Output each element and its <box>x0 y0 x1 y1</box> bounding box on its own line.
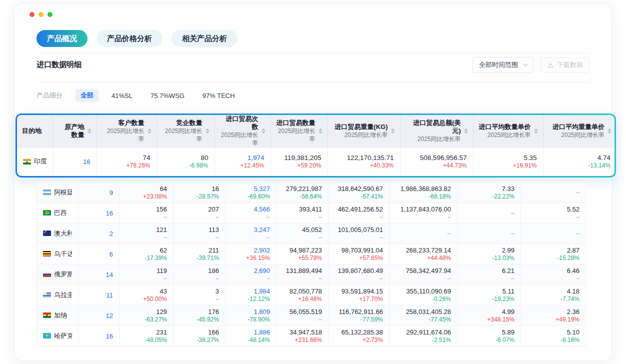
growth-value: – <box>511 275 514 282</box>
sort-icon[interactable] <box>464 128 468 134</box>
sort-icon[interactable] <box>262 128 266 134</box>
growth-value: – <box>318 214 322 221</box>
close-window-icon[interactable] <box>30 12 34 17</box>
table-row: 乌干达662-17.39%211-39.71%2,902+36.15%94,98… <box>37 244 586 264</box>
cell-value: 74 <box>142 154 150 162</box>
origin-count-value[interactable]: 2 <box>110 230 113 238</box>
column-header[interactable]: 进口平均重量单价2025同比增长率 <box>543 115 614 148</box>
growth-value: +23.08% <box>143 193 167 200</box>
growth-value: -63.27% <box>144 316 167 324</box>
minimize-window-icon[interactable] <box>38 12 44 17</box>
cell-value[interactable]: 2,690 <box>254 266 270 275</box>
cell-value[interactable]: 2,902 <box>254 246 270 254</box>
column-header[interactable]: 客户数量2025同比增长率 <box>96 115 156 148</box>
value-cell: – <box>390 223 458 244</box>
value-cell: 462,491,256.52– <box>328 202 390 223</box>
growth-value: -68.18% <box>428 193 451 200</box>
growth-value: -12.12% <box>248 296 270 303</box>
cell-value: 231 <box>156 328 167 336</box>
origin-count-value[interactable]: 9 <box>110 189 113 196</box>
growth-value: -57.41% <box>360 193 383 200</box>
sort-icon[interactable] <box>608 128 612 134</box>
country-name: 俄罗斯 <box>54 270 72 279</box>
cell-value: – <box>576 229 580 238</box>
column-header[interactable]: 进口贸易总额(美元)2025同比增长率 <box>400 115 473 148</box>
value-cell: 1,886-48.14% <box>226 326 276 346</box>
growth-value: -7.74% <box>560 296 580 303</box>
growth-value: – <box>448 214 451 221</box>
download-button[interactable]: 下载数据 <box>540 58 590 72</box>
origin-count-value[interactable]: 16 <box>106 332 113 340</box>
tab-product-price-analysis[interactable]: 产品价格分析 <box>96 30 162 47</box>
origin-count-value[interactable]: 6 <box>110 250 113 258</box>
download-icon <box>547 62 554 68</box>
column-header[interactable]: 进口贸易次数2025同比增长率 <box>214 115 270 148</box>
column-header[interactable]: 进口贸易数量2025同比增长率 <box>270 115 328 148</box>
cell-value: 5.11 <box>502 287 514 296</box>
cell-value: 4.99 <box>502 308 514 316</box>
origin-count-cell: 16 <box>52 148 96 176</box>
cell-value[interactable]: 1,974 <box>248 154 264 162</box>
origin-count-value[interactable]: 16 <box>83 158 90 166</box>
filter-all[interactable]: 全部 <box>76 89 98 102</box>
origin-count-cell: 11 <box>78 284 120 305</box>
origin-count-value[interactable]: 14 <box>106 271 113 278</box>
column-header[interactable]: 进口贸易重量(KG)2025同比增长率 <box>328 115 400 148</box>
tab-bar: 产品概况产品价格分析相关产品分析 <box>36 30 590 47</box>
cell-value: 4.18 <box>567 287 580 296</box>
app-window: 产品概况产品价格分析相关产品分析 进口数据明细 全部时间范围 下载数据 <box>14 3 612 361</box>
tab-related-product-analysis[interactable]: 相关产品分析 <box>172 30 238 47</box>
cell-value: 758,342,497.94 <box>406 266 451 275</box>
growth-value: – <box>266 275 270 282</box>
column-title: 进口平均重量单价 <box>552 123 604 131</box>
column-header[interactable]: 竞企数量2025同比增长率 <box>156 115 214 148</box>
cell-value[interactable]: 1,886 <box>254 328 270 336</box>
sort-icon[interactable] <box>206 128 210 134</box>
cell-value: 2.36 <box>567 308 580 316</box>
maximize-window-icon[interactable] <box>48 12 52 17</box>
filter-97-tech[interactable]: 97% TECH <box>198 89 240 102</box>
value-cell: 5.10-8.16% <box>521 326 586 346</box>
sort-icon[interactable] <box>534 128 538 134</box>
growth-value: – <box>318 316 322 324</box>
sort-icon[interactable] <box>391 128 395 134</box>
origin-count-value[interactable]: 12 <box>106 312 113 320</box>
value-cell: 508,596,956.57+44.73% <box>400 148 473 176</box>
table-row: 哈萨克斯坦16231-48.05%166-38.27%1,886-48.14%3… <box>37 326 586 346</box>
cell-value[interactable]: 1,809 <box>254 308 270 316</box>
value-cell: 5.89-6.07% <box>458 326 521 346</box>
growth-value: – <box>266 234 270 242</box>
growth-value: +59.20% <box>298 162 322 170</box>
cell-value[interactable]: 4,566 <box>254 205 270 214</box>
tab-product-overview[interactable]: 产品概况 <box>36 30 88 47</box>
table-row: 加纳12129-63.27%176-45.92%1,809-78.90%56,0… <box>37 305 586 326</box>
value-cell: – <box>458 202 521 223</box>
time-range-select[interactable]: 全部时间范围 <box>472 57 534 73</box>
cell-value: 64 <box>160 184 167 193</box>
cell-value: 166 <box>208 328 219 336</box>
filter-75-7-wsg[interactable]: 75.7%WSG <box>146 89 190 102</box>
cell-value: 462,491,256.52 <box>338 205 383 214</box>
cell-value[interactable]: 5,327 <box>254 184 270 193</box>
cell-value: 355,110,090.69 <box>406 287 451 296</box>
column-title: 进口平均数量单价 <box>479 123 531 131</box>
growth-value: – <box>448 275 451 282</box>
cell-value[interactable]: 1,984 <box>254 287 270 296</box>
cell-value: 292,911,674.06 <box>406 328 451 336</box>
cell-value: 113 <box>208 226 219 234</box>
column-header[interactable]: 原产地数量 <box>52 115 96 148</box>
value-cell: 318,642,590.67-57.41% <box>328 182 390 202</box>
cell-value[interactable]: 3,247 <box>254 226 270 234</box>
column-title: 进口贸易数量 <box>276 119 316 127</box>
growth-value: -13.14% <box>588 162 610 170</box>
filter-41-sl[interactable]: 41%SL <box>106 89 138 102</box>
chevron-down-icon <box>523 64 528 66</box>
origin-count-value[interactable]: 11 <box>106 292 114 299</box>
country-name: 印度 <box>34 157 46 166</box>
sort-icon[interactable] <box>318 128 322 134</box>
sort-icon[interactable] <box>88 128 92 134</box>
cell-value: 318,642,590.67 <box>338 184 383 193</box>
sort-icon[interactable] <box>148 128 152 134</box>
origin-count-value[interactable]: 16 <box>106 210 113 217</box>
column-header[interactable]: 进口平均数量单价2025同比增长率 <box>473 115 543 148</box>
